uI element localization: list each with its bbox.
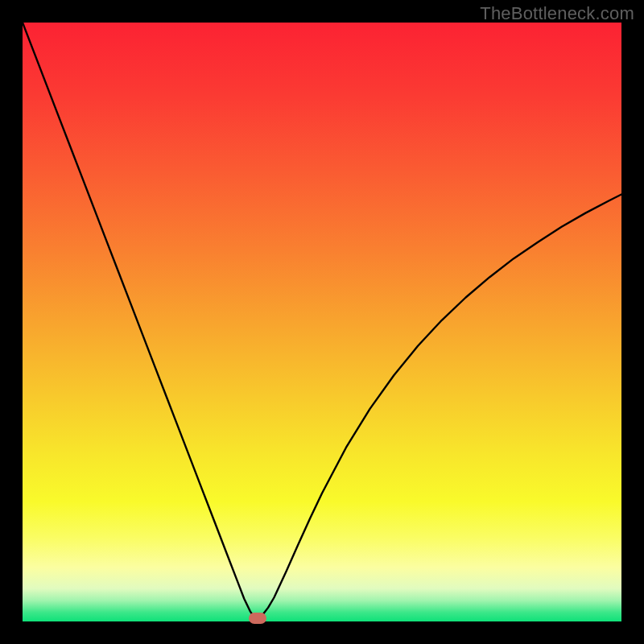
- gradient-background: [23, 23, 621, 621]
- plot-svg: [23, 23, 621, 621]
- plot-frame: [23, 23, 621, 621]
- bottleneck-marker: [249, 613, 266, 624]
- chart-container: TheBottleneck.com: [0, 0, 644, 644]
- watermark-label: TheBottleneck.com: [480, 3, 634, 24]
